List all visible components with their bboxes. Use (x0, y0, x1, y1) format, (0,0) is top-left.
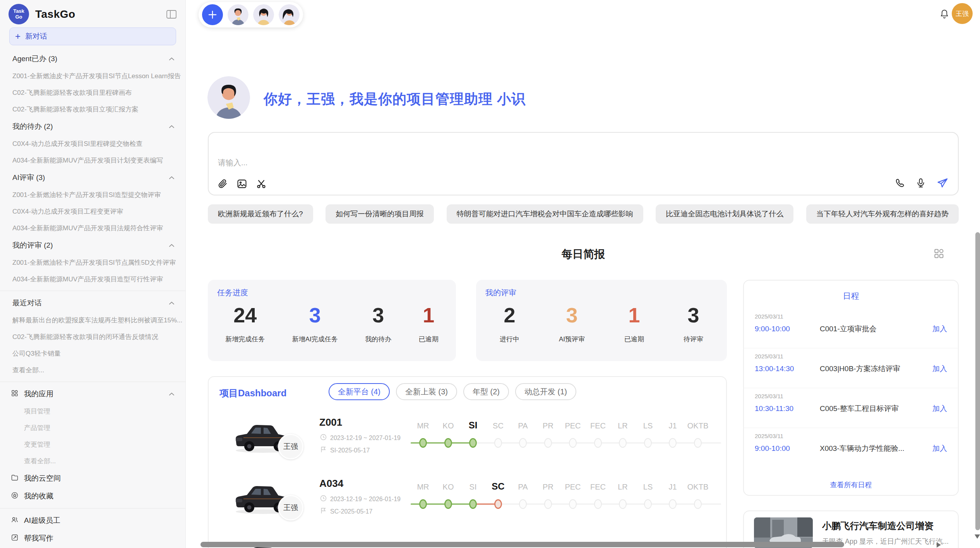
sidebar-task-item[interactable]: C0X4-动力总成开发项目工程变更评审 (0, 203, 185, 220)
sidebar-app-item[interactable]: 项目管理 (0, 403, 185, 420)
agent-avatar-2[interactable] (253, 4, 274, 25)
milestone-dot[interactable] (494, 499, 502, 509)
project-flag-text: SC-2025-05-17 (330, 508, 372, 515)
sidebar-item-star[interactable]: 我的收藏 (0, 487, 185, 505)
milestone-dot[interactable] (669, 438, 677, 448)
sidebar-section-header[interactable]: 最近对话 (0, 294, 185, 312)
sidebar-task-item[interactable]: A034-全新新能源MUV产品开发项目法规符合性评审 (0, 220, 185, 236)
view-all-apps-link[interactable]: 查看全部... (0, 453, 185, 469)
layout-grid-icon[interactable] (933, 248, 945, 261)
sidebar-item-folder[interactable]: 我的云空间 (0, 469, 185, 487)
sidebar-task-item[interactable]: Z001-全新燃油轻卡产品开发项目SI节点属性5D文件评审 (0, 254, 185, 271)
plus-icon: + (15, 31, 21, 42)
project-row[interactable]: 王强 A034 2023-12-19 ~ 2026-01-19 SC-2025-… (209, 476, 727, 534)
project-flag-milestone: SC-2025-05-17 (320, 507, 372, 515)
project-row[interactable]: 王强 Z001 2023-12-19 ~ 2027-01-19 SI-2025-… (209, 414, 727, 473)
sidebar-collapse-icon[interactable] (166, 10, 177, 19)
suggestion-chip[interactable]: 比亚迪全固态电池计划具体说了什么 (656, 204, 793, 224)
milestone-dot[interactable] (644, 438, 652, 448)
chevron-up-icon[interactable] (169, 301, 175, 305)
new-chat-button[interactable]: + 新对话 (9, 27, 176, 45)
sidebar-section-header[interactable]: 我的评审 (2) (0, 236, 185, 254)
chevron-up-icon[interactable] (169, 125, 175, 128)
milestone-dot[interactable] (519, 438, 527, 448)
milestone-dot[interactable] (544, 438, 552, 448)
view-all-conversations-link[interactable]: 查看全部... (0, 362, 185, 378)
chevron-up-icon[interactable] (169, 244, 175, 247)
milestone-dot[interactable] (569, 499, 577, 509)
view-all-schedule-link[interactable]: 查看所有日程 (744, 480, 958, 490)
join-meeting-link[interactable]: 加入 (932, 404, 947, 414)
dashboard-filter-pill[interactable]: 动总开发 (1) (515, 383, 576, 400)
sidebar-tool-item[interactable]: 帮我写作 (0, 529, 185, 547)
schedule-time: 10:30-11:30 (755, 404, 820, 413)
join-meeting-link[interactable]: 加入 (932, 444, 947, 454)
dashboard-filter-pill[interactable]: 年型 (2) (463, 383, 509, 400)
sidebar-task-item[interactable]: A034-全新新能源MUV产品开发项目计划变更表编写 (0, 152, 185, 169)
sidebar-conversation-item[interactable]: 解释最新出台的欧盟报废车法规再生塑料比例被调至15%... (0, 312, 185, 329)
suggestion-chip[interactable]: 如何写一份清晰的项目周报 (326, 204, 434, 224)
scroll-right-arrow[interactable] (937, 542, 941, 548)
scroll-down-arrow[interactable] (975, 534, 980, 539)
milestone-dot[interactable] (419, 438, 427, 448)
chat-input-box[interactable]: 请输入... (208, 132, 959, 195)
dashboard-filter-pill[interactable]: 全新平台 (4) (329, 383, 390, 400)
milestone-dot[interactable] (594, 438, 602, 448)
sidebar-section-header[interactable]: 我的待办 (2) (0, 118, 185, 135)
suggestion-chip[interactable]: 当下年轻人对汽车外观有怎样的喜好趋势 (806, 204, 959, 224)
milestone-dot[interactable] (694, 499, 702, 509)
milestone-dot[interactable] (619, 499, 627, 509)
milestone-dot[interactable] (444, 438, 452, 448)
milestone-dot[interactable] (669, 499, 677, 509)
sidebar-app-item[interactable]: 变更管理 (0, 436, 185, 453)
vertical-scrollbar-thumb[interactable] (975, 232, 980, 530)
agent-avatar-3[interactable] (279, 4, 300, 25)
sidebar-task-item[interactable]: Z001-全新燃油皮卡产品开发项目SI节点Lesson Learn报告 (0, 68, 185, 84)
milestone-dot[interactable] (569, 438, 577, 448)
agent-avatar-1[interactable] (228, 4, 248, 25)
chevron-up-icon[interactable] (169, 57, 175, 61)
project-dates-text: 2023-12-19 ~ 2027-01-19 (330, 435, 401, 442)
milestone-dot[interactable] (519, 499, 527, 509)
scissors-icon[interactable] (256, 178, 267, 189)
sidebar-task-item[interactable]: Z001-全新燃油轻卡产品开发项目SI造型提交物评审 (0, 187, 185, 203)
sidebar-task-item[interactable]: C02-飞腾新能源轻客改款项目立项汇报方案 (0, 101, 185, 118)
phone-icon[interactable] (894, 178, 905, 188)
mic-icon[interactable] (915, 178, 926, 188)
milestone-dot[interactable] (544, 499, 552, 509)
milestone-dot[interactable] (619, 438, 627, 448)
sidebar-tool-item[interactable]: AI超级员工 (0, 512, 185, 529)
milestone-dot[interactable] (644, 499, 652, 509)
milestone-dot[interactable] (694, 438, 702, 448)
sidebar-conversation-item[interactable]: 公司Q3轻卡销量 (0, 345, 185, 362)
milestone-dot[interactable] (494, 438, 502, 448)
milestone-dot[interactable] (444, 499, 452, 509)
milestone-dot[interactable] (419, 499, 427, 509)
image-icon[interactable] (236, 178, 247, 189)
milestone-dot[interactable] (469, 438, 477, 448)
sidebar-task-item[interactable]: C0X4-动力总成开发项目SI里程碑提交物检查 (0, 135, 185, 152)
suggestion-chip[interactable]: 欧洲新规最近颁布了什么? (208, 204, 313, 224)
milestone-dot[interactable] (594, 499, 602, 509)
sidebar-task-item[interactable]: A034-全新新能源MUV产品开发项目造型可行性评审 (0, 271, 185, 288)
sidebar-item-my-apps[interactable]: 我的应用 (0, 385, 185, 403)
sidebar-app-item[interactable]: 产品管理 (0, 420, 185, 436)
user-avatar[interactable]: 王强 (952, 3, 973, 24)
sidebar-task-item[interactable]: C02-飞腾新能源轻客改款项目里程碑画布 (0, 84, 185, 101)
flag-icon (320, 507, 327, 515)
send-icon[interactable] (936, 177, 949, 189)
chevron-up-icon[interactable] (169, 392, 175, 396)
sidebar-section-header[interactable]: Agent已办 (3) (0, 50, 185, 68)
paperclip-icon[interactable] (217, 178, 228, 189)
horizontal-scrollbar-thumb[interactable] (200, 542, 844, 547)
sidebar-section-header[interactable]: AI评审 (3) (0, 169, 185, 187)
dashboard-filter-pill[interactable]: 全新上装 (3) (396, 383, 457, 400)
milestone-dot[interactable] (469, 499, 477, 509)
join-meeting-link[interactable]: 加入 (932, 364, 947, 374)
notification-bell-icon[interactable] (939, 9, 950, 22)
suggestion-chip[interactable]: 特朗普可能对进口汽车增税会对中国车企造成哪些影响 (447, 204, 643, 224)
join-meeting-link[interactable]: 加入 (932, 324, 947, 334)
sidebar-conversation-item[interactable]: C02-飞腾新能源轻客改款项目的闭环通告反馈情况 (0, 329, 185, 345)
add-agent-button[interactable] (202, 4, 223, 25)
chevron-up-icon[interactable] (169, 176, 175, 180)
